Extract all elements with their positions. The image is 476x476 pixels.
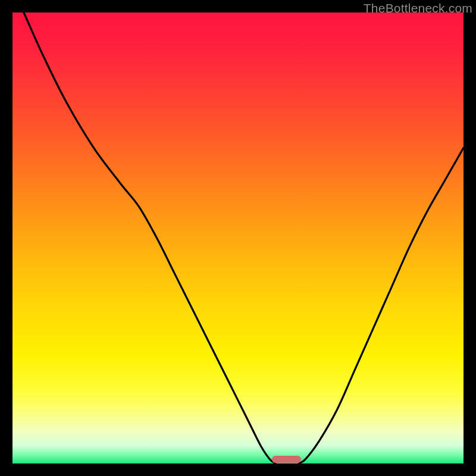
plot-area bbox=[12, 12, 464, 464]
watermark-label: TheBottleneck.com bbox=[364, 1, 472, 15]
bottleneck-curve bbox=[12, 12, 464, 464]
chart-frame: TheBottleneck.com bbox=[0, 0, 476, 476]
optimal-marker bbox=[272, 456, 301, 463]
